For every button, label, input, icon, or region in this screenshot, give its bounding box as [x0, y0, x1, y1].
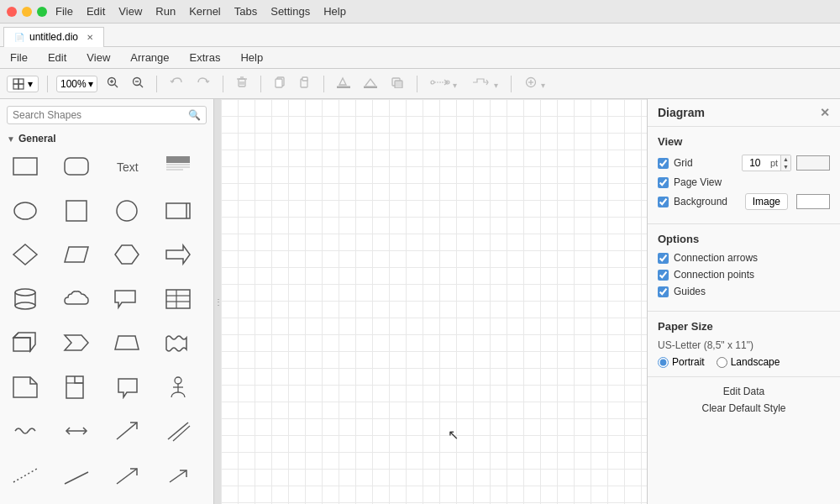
delete-btn[interactable] — [232, 74, 252, 93]
shape-trapezoid[interactable] — [108, 328, 145, 358]
shape-table[interactable] — [160, 284, 197, 314]
menu-arrange[interactable]: Arrange — [127, 50, 172, 66]
os-menu-settings[interactable]: Settings — [270, 5, 310, 18]
menu-extras[interactable]: Extras — [186, 50, 224, 66]
shape-parallelogram[interactable] — [58, 239, 95, 270]
connection-points-checkbox[interactable] — [658, 270, 669, 281]
guides-checkbox[interactable] — [658, 286, 669, 297]
shape-speech-bubble[interactable] — [108, 284, 145, 314]
fill-color-btn[interactable] — [333, 74, 354, 93]
zoom-out-btn[interactable] — [128, 74, 148, 93]
grid-size-input[interactable]: pt ▲ ▼ — [742, 155, 791, 171]
grid-checkbox[interactable] — [658, 158, 669, 169]
grid-color-swatch[interactable] — [796, 155, 830, 171]
shape-wave[interactable] — [160, 328, 197, 358]
shape-3d-box[interactable] — [7, 328, 44, 358]
os-maximize-btn[interactable] — [37, 7, 47, 17]
zoom-in-btn[interactable] — [102, 74, 123, 93]
add-btn[interactable]: ▾ — [520, 74, 549, 93]
shape-lines-diagonal[interactable] — [160, 416, 197, 446]
copy-btn[interactable] — [270, 74, 290, 93]
menu-view[interactable]: View — [83, 50, 113, 66]
search-box[interactable]: 🔍 — [7, 106, 207, 124]
panel-close-btn[interactable]: ✕ — [820, 106, 830, 119]
shape-callout-left[interactable] — [108, 372, 145, 402]
os-close-btn[interactable] — [7, 7, 17, 17]
shape-cylinder[interactable] — [7, 284, 44, 314]
shape-rectangle[interactable] — [7, 151, 44, 181]
shape-arrow-short-right[interactable] — [160, 460, 197, 491]
shape-circle[interactable] — [108, 196, 145, 226]
shape-diamond[interactable] — [7, 239, 44, 270]
page-view-checkbox[interactable] — [658, 177, 669, 188]
shape-hexagon[interactable] — [108, 239, 145, 270]
waypoint-btn[interactable]: ▾ — [466, 74, 502, 93]
shape-chevron-arrow[interactable] — [58, 328, 95, 358]
background-color-swatch[interactable] — [796, 194, 830, 209]
os-menu-kernel[interactable]: Kernel — [189, 5, 221, 18]
connection-style-icon — [430, 76, 450, 88]
os-menu-run[interactable]: Run — [155, 5, 176, 18]
portrait-text: Portrait — [672, 356, 705, 368]
landscape-radio[interactable] — [717, 357, 727, 368]
shape-ellipse[interactable] — [7, 196, 44, 226]
shape-double-arrow[interactable] — [58, 416, 95, 446]
menu-file[interactable]: File — [7, 50, 31, 66]
os-window-controls[interactable] — [7, 7, 47, 17]
clear-style-link[interactable]: Clear Default Style — [658, 402, 830, 414]
background-checkbox[interactable] — [658, 197, 669, 207]
portrait-radio[interactable] — [658, 357, 669, 368]
shape-text[interactable]: Text — [108, 151, 145, 181]
os-menu-help[interactable]: Help — [323, 5, 346, 18]
shape-cloud[interactable] — [58, 284, 95, 314]
orientation-radio-row: Portrait Landscape — [658, 356, 830, 368]
edit-data-link[interactable]: Edit Data — [658, 386, 830, 397]
shape-heading[interactable] — [160, 151, 197, 181]
shape-scroll[interactable] — [160, 196, 197, 226]
general-section-header[interactable]: ▼ General — [0, 131, 213, 148]
menu-edit[interactable]: Edit — [45, 50, 70, 66]
shape-note[interactable] — [7, 372, 44, 402]
shapes-grid: Text — [0, 148, 213, 504]
os-menu-tabs[interactable]: Tabs — [234, 5, 257, 18]
grid-size-field[interactable] — [743, 156, 768, 170]
shape-document[interactable] — [58, 372, 95, 402]
connection-arrows-checkbox[interactable] — [658, 253, 669, 264]
shape-dotted-line[interactable] — [7, 460, 44, 491]
shape-line[interactable] — [58, 460, 95, 491]
os-menu-edit[interactable]: Edit — [87, 5, 105, 18]
menu-help[interactable]: Help — [237, 50, 266, 66]
drawing-canvas[interactable]: ↖ — [221, 99, 647, 504]
sidebar-collapse-handle[interactable]: ⋮ — [214, 99, 221, 504]
zoom-control[interactable]: 100% ▾ — [56, 76, 97, 92]
shape-arrow-right[interactable] — [160, 239, 197, 270]
os-menu-view[interactable]: View — [118, 5, 142, 18]
shape-arrow-up-right[interactable] — [108, 460, 145, 491]
shadow-btn[interactable] — [386, 74, 408, 93]
redo-btn[interactable] — [192, 74, 214, 93]
connection-style-btn[interactable]: ▾ — [426, 74, 462, 93]
search-input[interactable] — [13, 109, 185, 121]
shape-person[interactable] — [160, 372, 197, 402]
grid-down-arrow[interactable]: ▼ — [781, 163, 790, 171]
shape-squiggle[interactable] — [7, 416, 44, 446]
svg-line-7 — [114, 85, 118, 88]
background-image-btn[interactable]: Image — [745, 193, 788, 210]
view-toggle-btn[interactable]: ▾ — [7, 76, 39, 92]
shape-arrow-diagonal[interactable] — [108, 416, 145, 446]
grid-up-arrow[interactable]: ▲ — [781, 155, 790, 163]
paste-btn[interactable] — [295, 74, 315, 93]
shapes-sidebar: 🔍 ▼ General Text — [0, 99, 214, 504]
os-menu-file[interactable]: File — [55, 5, 73, 18]
undo-btn[interactable] — [165, 74, 187, 93]
shape-rounded-rectangle[interactable] — [58, 151, 95, 181]
shape-square[interactable] — [58, 196, 95, 226]
os-minimize-btn[interactable] — [22, 7, 32, 17]
tab-untitled[interactable]: 📄 untitled.dio ✕ — [3, 27, 104, 47]
tab-close-btn[interactable]: ✕ — [87, 33, 93, 42]
portrait-label[interactable]: Portrait — [658, 356, 705, 368]
svg-rect-18 — [276, 79, 282, 87]
line-color-btn[interactable] — [360, 74, 381, 93]
paper-size-section: Paper Size US-Letter (8,5" x 11") Portra… — [648, 312, 840, 377]
landscape-label[interactable]: Landscape — [717, 356, 780, 368]
